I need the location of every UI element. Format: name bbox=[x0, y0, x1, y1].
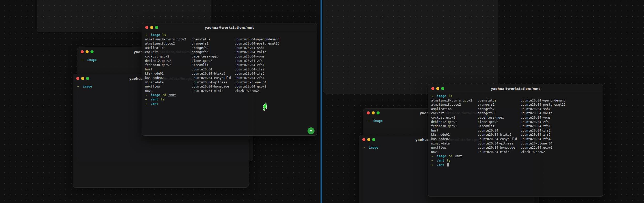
image-name-cell: hurl bbox=[145, 67, 192, 72]
prompt-arrow-icon: → bbox=[145, 102, 147, 106]
prompt-directory: /mnt bbox=[151, 102, 158, 106]
image-name-cell: almalinux8.qcow2 bbox=[431, 103, 478, 107]
close-button[interactable] bbox=[145, 26, 148, 29]
image-name-cell: k8s-node01 bbox=[431, 133, 478, 137]
image-name-cell: orangefs1 bbox=[192, 41, 235, 46]
image-name-cell: k8s-node01 bbox=[145, 71, 192, 76]
image-name-cell: ubuntu20.04-homepage bbox=[478, 146, 521, 150]
terminal-row: nextflowubuntu20.04-homepageubuntu22.04.… bbox=[431, 146, 600, 150]
file-listing: almalinux8-cvmfs.qcow2openstatusubuntu20… bbox=[431, 98, 600, 154]
close-button[interactable] bbox=[431, 87, 434, 90]
image-name-cell: ubuntu20.04-volta bbox=[521, 111, 553, 115]
image-name-cell: plane.qcow2 bbox=[478, 120, 521, 124]
command-line-ls: →imagels bbox=[431, 94, 600, 98]
image-name-cell: ubuntu20.04-zfs1 bbox=[235, 63, 265, 67]
terminal-row: novuubuntu20.04-miniowin2k19.qcow2 bbox=[145, 89, 314, 93]
minimize-button[interactable] bbox=[436, 87, 439, 90]
image-name-cell: orangefs2 bbox=[478, 107, 521, 111]
image-name-cell: novu bbox=[145, 89, 192, 93]
command-line-cd: →imagecd/mnt bbox=[145, 93, 314, 97]
image-name-cell: Streamlit bbox=[478, 124, 521, 128]
terminal-row: nextflowubuntu20.04-homepageubuntu22.04.… bbox=[145, 84, 314, 89]
zoom-button[interactable] bbox=[377, 111, 380, 114]
close-button[interactable] bbox=[81, 50, 84, 53]
image-name-cell: cockpit.qcow2 bbox=[145, 54, 192, 59]
command-text: ls bbox=[162, 33, 166, 37]
image-name-cell: ubuntu20.04-openondemand bbox=[521, 99, 565, 102]
terminal-row: almalinux8.qcow2orangefs1ubuntu20.04-pos… bbox=[145, 41, 314, 46]
traffic-lights bbox=[431, 87, 444, 90]
command-text: ls bbox=[448, 94, 452, 98]
image-name-cell: paperless-nggx bbox=[192, 54, 235, 59]
image-name-cell: amplication bbox=[431, 107, 478, 111]
prompt-arrow-icon: → bbox=[81, 58, 83, 62]
minimize-button[interactable] bbox=[150, 26, 153, 29]
zoom-button[interactable] bbox=[441, 87, 444, 90]
prompt-arrow-icon: → bbox=[145, 33, 147, 37]
command-line-ls: →imagels bbox=[145, 33, 314, 37]
image-name-cell: ubuntu20.04-postgresql16 bbox=[521, 103, 565, 106]
zoom-button[interactable] bbox=[372, 138, 375, 141]
image-name-cell: orangefs2 bbox=[192, 46, 235, 50]
terminal-row: cockpitorangefs3ubuntu20.04-volta bbox=[145, 50, 314, 54]
image-name-cell: almalinux8-cvmfs.qcow2 bbox=[431, 98, 478, 103]
prompt-directory: image bbox=[369, 146, 378, 149]
image-name-cell: minio-data bbox=[431, 141, 478, 146]
zoom-button[interactable] bbox=[90, 50, 94, 53]
mouse-pointer-icon bbox=[263, 103, 272, 112]
current-prompt-line[interactable]: →/mnt bbox=[431, 163, 600, 167]
command-argument-path: /mnt bbox=[168, 93, 176, 97]
screenshot-canvas: yaohua@workstation:/data/image →image ya… bbox=[0, 0, 644, 203]
image-name-cell: ubuntu20.04-sshx bbox=[235, 46, 265, 50]
close-button[interactable] bbox=[76, 77, 79, 80]
image-name-cell: cockpit.qcow2 bbox=[431, 115, 478, 120]
right-pane: yaohua@workstation:/data/image →image ya… bbox=[322, 0, 644, 203]
active-terminal-window[interactable]: yaohua@workstation:/mnt →imagels almalin… bbox=[142, 23, 317, 136]
image-name-cell: ubuntu20.04-postgresql16 bbox=[235, 42, 279, 45]
terminal-row: debian12.qcow2plane.qcow2ubuntu20.04-zfs bbox=[145, 59, 314, 63]
image-name-cell: ubuntu20.04-zfs1 bbox=[521, 124, 551, 128]
desktop-scene: yaohua@workstation:/data/image →image ya… bbox=[0, 0, 0, 0]
minimize-button[interactable] bbox=[367, 138, 370, 141]
image-name-cell: ubuntu20.04-blake3 bbox=[192, 71, 235, 76]
prompt-arrow-icon: → bbox=[145, 93, 147, 97]
image-name-cell: almalinux8-cvmfs.qcow2 bbox=[145, 37, 192, 42]
terminal-row: k8s-node01ubuntu20.04-blake3ubuntu20.04-… bbox=[431, 133, 600, 137]
image-name-cell: minio-data bbox=[145, 80, 192, 85]
image-name-cell: Streamlit bbox=[192, 63, 235, 67]
close-button[interactable] bbox=[367, 111, 370, 114]
terminal-row: debian12.qcow2plane.qcow2ubuntu20.04-zfs bbox=[431, 120, 600, 124]
terminal-body: →imagels almalinux8-cvmfs.qcow2openstatu… bbox=[428, 93, 603, 167]
image-name-cell: ubuntu20-clone.04 bbox=[521, 142, 553, 145]
command-text: cd bbox=[448, 154, 452, 158]
image-name-cell: fedora38.qcow2 bbox=[431, 124, 478, 128]
image-name-cell: k8s-node02 bbox=[431, 137, 478, 141]
terminal-row: k8s-node02ubuntu20.04-easybuildubuntu20.… bbox=[145, 76, 314, 80]
minimize-button[interactable] bbox=[86, 50, 89, 53]
image-name-cell: ubuntu20.04-easybuild bbox=[192, 76, 235, 80]
image-name-cell: win2k19.qcow2 bbox=[235, 89, 259, 93]
presence-badge: Y bbox=[308, 127, 315, 134]
zoom-button[interactable] bbox=[155, 26, 158, 29]
window-title: yaohua@workstation:/mnt bbox=[205, 26, 254, 30]
window-title: yaohua@workstation:/mnt bbox=[491, 87, 540, 91]
terminal-row: fedora38.qcow2Streamlitubuntu20.04-zfs1 bbox=[145, 63, 314, 67]
window-titlebar: yaohua@workstation:/mnt bbox=[142, 23, 317, 32]
image-name-cell: ubuntu20.04 bbox=[192, 67, 235, 72]
close-button[interactable] bbox=[362, 138, 365, 141]
image-name-cell: k8s-node02 bbox=[145, 76, 192, 80]
terminal-row: novuubuntu20.04-miniowin2k19.qcow2 bbox=[431, 150, 600, 154]
prompt-directory: image bbox=[151, 33, 160, 37]
minimize-button[interactable] bbox=[81, 77, 84, 80]
current-prompt-line[interactable]: →/mnt bbox=[145, 102, 314, 106]
minimize-button[interactable] bbox=[372, 111, 375, 114]
image-name-cell: fedora38.qcow2 bbox=[145, 63, 192, 67]
zoom-button[interactable] bbox=[86, 77, 89, 80]
prompt-directory: image bbox=[437, 94, 446, 98]
image-name-cell: ubuntu20.04-openondemand bbox=[235, 38, 279, 41]
image-name-cell: ubuntu20.04-zfs4 bbox=[521, 137, 551, 141]
image-name-cell: ubuntu20.04-gitness bbox=[478, 141, 521, 146]
prompt-arrow-icon: → bbox=[145, 98, 147, 101]
split-divider[interactable] bbox=[320, 0, 322, 203]
active-terminal-window[interactable]: yaohua@workstation:/mnt →imagels almalin… bbox=[428, 84, 603, 197]
